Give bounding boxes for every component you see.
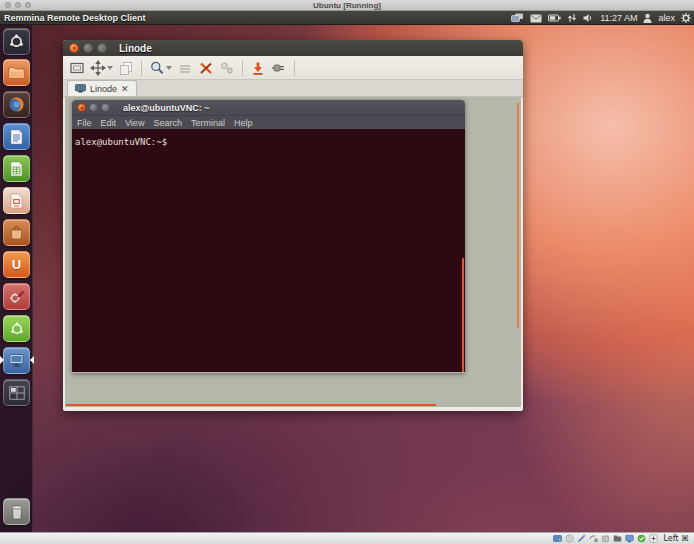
preferences-gears-button[interactable] <box>219 60 235 76</box>
libreoffice-writer-icon[interactable] <box>3 123 30 150</box>
virtualbox-status-bar: Left ⌘ <box>0 532 694 544</box>
host-window-titlebar[interactable]: Ubuntu [Running] <box>0 0 694 11</box>
session-gear-icon[interactable] <box>681 13 691 23</box>
redraw-artifact-line <box>66 404 436 406</box>
remmina-toolbar <box>63 56 523 80</box>
running-indicator-arrow <box>0 356 4 364</box>
remmina-close-button[interactable] <box>69 43 79 53</box>
features-status-icon[interactable] <box>637 534 646 543</box>
appmenu-title[interactable]: Remmina Remote Desktop Client <box>0 13 146 23</box>
fullscreen-button[interactable] <box>69 60 85 76</box>
terminal-titlebar[interactable]: alex@ubuntuVNC: ~ <box>72 100 465 115</box>
host-key-indicator: Left ⌘ <box>663 534 689 543</box>
tab-close-button[interactable]: ✕ <box>121 84 129 94</box>
zoom-button[interactable] <box>149 60 172 76</box>
remote-displays-icon[interactable] <box>511 13 524 23</box>
menu-file[interactable]: File <box>77 118 92 128</box>
remmina-launcher-icon[interactable] <box>3 347 30 374</box>
volume-icon[interactable] <box>583 13 594 23</box>
user-icon[interactable] <box>643 13 652 23</box>
remmina-minimize-button[interactable] <box>83 43 93 53</box>
duplicate-connection-button[interactable] <box>118 60 134 76</box>
remmina-titlebar[interactable]: Linode <box>63 40 523 56</box>
unity-launcher: U <box>0 25 33 532</box>
shared-folders-status-icon[interactable] <box>613 534 622 543</box>
toolbar-separator <box>141 60 142 76</box>
virtualbox-screen: Ubuntu [Running] Remmina Remote Desktop … <box>0 0 694 544</box>
terminal-screen[interactable]: alex@ubuntuVNC:~$ <box>72 129 465 372</box>
libreoffice-impress-icon[interactable] <box>3 187 30 214</box>
zoom-dropdown[interactable] <box>166 66 172 70</box>
hdd-status-icon[interactable] <box>553 534 562 543</box>
tab-label: Linode <box>90 84 117 94</box>
firefox-icon[interactable] <box>3 91 30 118</box>
software-center-icon[interactable] <box>3 219 30 246</box>
mail-icon[interactable] <box>530 14 542 23</box>
vnc-viewport[interactable]: alex@ubuntuVNC: ~ File Edit View Search … <box>63 97 523 409</box>
terminal-window: alex@ubuntuVNC: ~ File Edit View Search … <box>72 100 465 373</box>
libreoffice-calc-icon[interactable] <box>3 155 30 182</box>
system-settings-icon[interactable] <box>3 283 30 310</box>
ubuntu-top-panel: Remmina Remote Desktop Client 11:27 AM a… <box>0 11 694 25</box>
terminal-close-button[interactable] <box>77 103 86 112</box>
menu-terminal[interactable]: Terminal <box>191 118 225 128</box>
session-username[interactable]: alex <box>658 13 675 23</box>
menu-edit[interactable]: Edit <box>101 118 117 128</box>
display-status-icon[interactable] <box>625 534 634 543</box>
terminal-menubar: File Edit View Search Terminal Help <box>72 115 465 129</box>
fit-window-dropdown[interactable] <box>107 66 113 70</box>
scale-mode-button[interactable] <box>177 60 193 76</box>
redraw-artifact-line <box>517 103 519 328</box>
redraw-artifact-line <box>462 258 464 372</box>
battery-icon[interactable] <box>548 14 561 22</box>
focused-indicator-arrow <box>30 356 34 364</box>
terminal-minimize-button[interactable] <box>89 103 98 112</box>
network-status-icon[interactable] <box>589 534 598 543</box>
tab-connection-icon <box>75 84 86 93</box>
menu-help[interactable]: Help <box>234 118 253 128</box>
dash-home-button[interactable] <box>3 28 30 55</box>
toolbar-separator <box>242 60 243 76</box>
network-arrows-icon[interactable] <box>567 13 577 23</box>
terminal-prompt: alex@ubuntuVNC:~$ <box>75 137 167 147</box>
update-manager-icon[interactable] <box>3 315 30 342</box>
terminal-window-title: alex@ubuntuVNC: ~ <box>123 103 210 113</box>
host-window-title: Ubuntu [Running] <box>0 1 694 10</box>
ubuntu-one-letter: U <box>12 257 21 272</box>
grab-keyboard-button[interactable] <box>250 60 266 76</box>
terminal-maximize-button[interactable] <box>101 103 110 112</box>
clock[interactable]: 11:27 AM <box>600 13 637 23</box>
tools-button[interactable] <box>198 60 214 76</box>
remmina-tabbar: Linode ✕ <box>63 80 523 97</box>
remmina-window-title: Linode <box>119 43 152 54</box>
indicator-tray: 11:27 AM alex <box>511 11 691 25</box>
mouse-integration-status-icon[interactable] <box>649 534 658 543</box>
audio-status-icon[interactable] <box>577 534 586 543</box>
remmina-maximize-button[interactable] <box>97 43 107 53</box>
fit-window-button[interactable] <box>90 60 113 76</box>
menu-view[interactable]: View <box>125 118 144 128</box>
connection-tab-linode[interactable]: Linode ✕ <box>67 80 137 96</box>
optical-disc-status-icon[interactable] <box>565 534 574 543</box>
workspace-switcher-icon[interactable] <box>3 379 30 406</box>
ubuntu-one-icon[interactable]: U <box>3 251 30 278</box>
disconnect-button[interactable] <box>271 60 287 76</box>
menu-search[interactable]: Search <box>153 118 182 128</box>
home-folder-icon[interactable] <box>3 59 30 86</box>
trash-icon[interactable] <box>3 498 30 525</box>
usb-status-icon[interactable] <box>601 534 610 543</box>
toolbar-separator <box>294 60 295 76</box>
remmina-window: Linode <box>63 40 523 411</box>
